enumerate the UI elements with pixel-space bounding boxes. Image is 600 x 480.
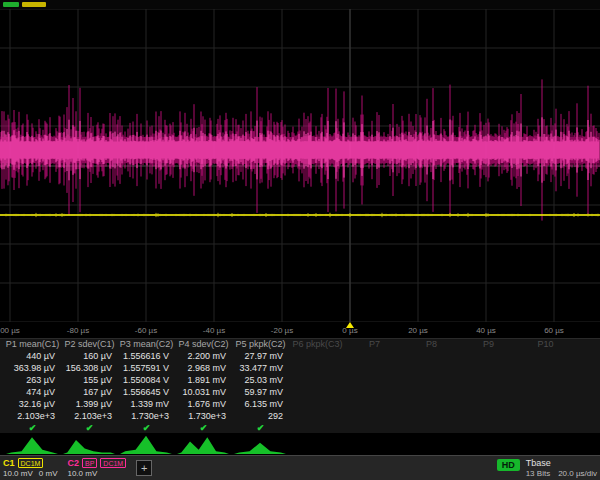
measure-header-p10[interactable]: P10: [517, 339, 574, 350]
histicon-p1[interactable]: [6, 434, 58, 454]
measurement-table: P1 mean(C1)P2 sdev(C1)P3 mean(C2)P4 sdev…: [0, 338, 600, 433]
measure-value: [403, 374, 460, 386]
measure-value: 2.200 mV: [175, 350, 232, 362]
measure-value: 25.03 mV: [232, 374, 289, 386]
measure-value: [346, 386, 403, 398]
channel-descriptor-c2[interactable]: C2 BP DC1M 10.0 mV: [67, 458, 126, 478]
measure-value: [403, 362, 460, 374]
time-axis-label: -80 µs: [67, 326, 89, 335]
time-axis-label: 00 µs: [0, 326, 20, 335]
status-led-green: [3, 2, 19, 7]
histicon-p5[interactable]: [234, 434, 286, 454]
oscilloscope-screen: 00 µs-80 µs-60 µs-40 µs-20 µs0 µs20 µs40…: [0, 0, 600, 480]
measure-value: [460, 374, 517, 386]
timebase-descriptor[interactable]: Tbase 13 Bits 20.0 µs/div: [526, 458, 597, 478]
measure-header-p7[interactable]: P7: [346, 339, 403, 350]
measure-value: 2.968 mV: [175, 362, 232, 374]
histicon-p3[interactable]: [120, 434, 172, 454]
measure-value: 1.676 mV: [175, 398, 232, 410]
measure-value: [289, 350, 346, 362]
status-led-yellow: [22, 2, 46, 7]
histicon-shape: [63, 440, 115, 454]
measure-value: [403, 410, 460, 422]
histicon-p4[interactable]: [177, 434, 229, 454]
measure-row-1: 440 µV160 µV1.556616 V2.200 mV27.97 mV: [0, 350, 600, 362]
measure-value: [346, 362, 403, 374]
add-trace-button[interactable]: +: [136, 460, 152, 476]
tbase-scale: 20.0 µs/div: [558, 469, 597, 479]
waveform-grid[interactable]: [0, 9, 600, 322]
measure-value: 160 µV: [61, 350, 118, 362]
measure-value: 59.97 mV: [232, 386, 289, 398]
histicon-shape: [234, 443, 286, 454]
measure-header-p5[interactable]: P5 pkpk(C2): [232, 339, 289, 350]
measure-value: 2.103e+3: [61, 410, 118, 422]
measure-value: [289, 398, 346, 410]
c1-label: C1: [3, 458, 15, 468]
measure-value: [460, 410, 517, 422]
measure-header-p4[interactable]: P4 sdev(C2): [175, 339, 232, 350]
c2-coupling-chip: DC1M: [100, 458, 126, 468]
measure-value: [517, 410, 574, 422]
measure-value: [517, 362, 574, 374]
measure-value: [460, 350, 517, 362]
measure-value: 6.135 mV: [232, 398, 289, 410]
measure-header-p9[interactable]: P9: [460, 339, 517, 350]
time-axis-label: 20 µs: [408, 326, 428, 335]
measure-value: 167 µV: [61, 386, 118, 398]
measure-value: 1.891 mV: [175, 374, 232, 386]
measure-value: 155 µV: [61, 374, 118, 386]
measure-value: [346, 410, 403, 422]
measure-value: [346, 350, 403, 362]
channel-descriptor-c1[interactable]: C1 DC1M 10.0 mV 0 mV: [3, 458, 57, 478]
measure-value: [517, 350, 574, 362]
time-axis: 00 µs-80 µs-60 µs-40 µs-20 µs0 µs20 µs40…: [0, 322, 600, 338]
measure-value: 440 µV: [4, 350, 61, 362]
measure-header-p2[interactable]: P2 sdev(C1): [61, 339, 118, 350]
measure-row-5: 32.16 µV1.399 µV1.339 mV1.676 mV6.135 mV: [0, 398, 600, 410]
c2-filter-chip: BP: [82, 458, 97, 468]
measure-value: [403, 350, 460, 362]
measure-row-2: 363.98 µV156.308 µV1.557591 V2.968 mV33.…: [0, 362, 600, 374]
c1-coupling-chip: DC1M: [18, 458, 44, 468]
measure-value: 1.556616 V: [118, 350, 175, 362]
bottom-bar: C1 DC1M 10.0 mV 0 mV C2 BP DC1M 10.0 mV …: [0, 455, 600, 480]
measure-value: 292: [232, 410, 289, 422]
time-axis-label: 60 µs: [544, 326, 564, 335]
measure-value: [289, 386, 346, 398]
measure-value: 33.477 mV: [232, 362, 289, 374]
measure-value: [517, 398, 574, 410]
measure-value: 2.103e+3: [4, 410, 61, 422]
c1-scale: 10.0 mV: [3, 469, 33, 479]
measure-value: 1.556645 V: [118, 386, 175, 398]
measure-value: 10.031 mV: [175, 386, 232, 398]
histicon-strip: [0, 433, 600, 455]
measure-value: [346, 398, 403, 410]
measure-value: [403, 386, 460, 398]
c1-offset: 0 mV: [39, 469, 58, 479]
histicon-shape: [6, 437, 58, 454]
histicon-shape: [120, 436, 172, 454]
measure-header-p6[interactable]: P6 pkpk(C3): [289, 339, 346, 350]
waveform-display[interactable]: [0, 9, 600, 322]
measure-value: 156.308 µV: [61, 362, 118, 374]
measure-row-3: 263 µV155 µV1.550084 V1.891 mV25.03 mV: [0, 374, 600, 386]
measure-value: [517, 386, 574, 398]
measure-header-p3[interactable]: P3 mean(C2): [118, 339, 175, 350]
measure-value: [289, 374, 346, 386]
measure-value: [289, 362, 346, 374]
measure-value: [460, 398, 517, 410]
time-axis-label: 40 µs: [476, 326, 496, 335]
measure-value: 27.97 mV: [232, 350, 289, 362]
measure-value: 363.98 µV: [4, 362, 61, 374]
measure-value: [403, 398, 460, 410]
time-axis-label: -20 µs: [271, 326, 293, 335]
measure-value: 1.339 mV: [118, 398, 175, 410]
measure-value: [460, 362, 517, 374]
measure-header-p1[interactable]: P1 mean(C1): [4, 339, 61, 350]
hd-badge: HD: [497, 459, 520, 471]
measure-value: 1.399 µV: [61, 398, 118, 410]
histicon-p2[interactable]: [63, 434, 115, 454]
trigger-position-marker[interactable]: [346, 322, 354, 328]
measure-header-p8[interactable]: P8: [403, 339, 460, 350]
